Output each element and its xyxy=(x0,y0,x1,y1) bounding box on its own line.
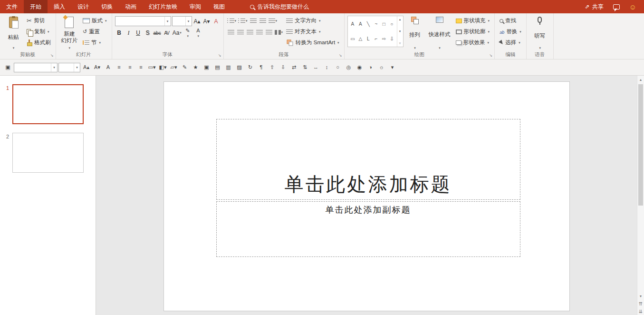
strikethrough-button[interactable]: abc xyxy=(153,28,162,38)
decrease-indent-button[interactable] xyxy=(249,16,258,26)
paragraph-marks-icon[interactable]: ¶ xyxy=(256,62,266,73)
select-button[interactable]: 选择 xyxy=(498,38,523,48)
increase-indent-button[interactable] xyxy=(259,16,267,26)
format-painter-button[interactable]: 格式刷 xyxy=(25,38,53,48)
distribute-horizontal-icon[interactable]: ⇄ xyxy=(289,62,299,73)
tell-me-search[interactable]: 告诉我你想要做什么 xyxy=(245,0,314,13)
gallery-scroll-icon[interactable]: ▿ xyxy=(399,41,401,45)
align-justify-icon[interactable]: ≡ xyxy=(136,62,146,73)
slide-thumbnail-image[interactable] xyxy=(12,133,84,173)
text-direction-button[interactable]: 文字方向 xyxy=(284,16,341,26)
toolbar-font-size-combo[interactable] xyxy=(58,63,80,72)
tab-file[interactable]: 文件 xyxy=(0,0,24,13)
shape-cell-icon[interactable]: ⇩ xyxy=(388,36,395,41)
align-left-icon[interactable]: ≡ xyxy=(114,62,124,73)
height-icon[interactable]: ↕ xyxy=(322,62,332,73)
align-center-icon[interactable]: ≡ xyxy=(125,62,135,73)
shape-cell-icon[interactable]: A xyxy=(349,21,356,27)
text-shadow-button[interactable]: S xyxy=(144,28,152,38)
bold-button[interactable]: B xyxy=(115,28,124,38)
slide-thumbnail-2[interactable]: 2 xyxy=(0,133,96,173)
move-down-icon[interactable]: ⇩ xyxy=(278,62,288,73)
scroll-down-icon[interactable] xyxy=(637,292,644,300)
shape-fill-button[interactable]: 形状填充 xyxy=(454,16,492,26)
scroll-up-icon[interactable] xyxy=(637,76,644,83)
gallery-scroll-icon[interactable]: ▾ xyxy=(399,30,401,33)
layout-button[interactable]: 版式 xyxy=(81,16,109,26)
underline-button[interactable]: U xyxy=(134,28,143,38)
shape-cell-icon[interactable]: ╲ xyxy=(365,21,372,27)
clear-formatting-button[interactable]: A xyxy=(212,17,221,26)
grow-font-icon[interactable]: A▴ xyxy=(81,62,91,73)
slide-thumbnail-1[interactable]: 1 xyxy=(0,84,96,124)
grow-font-button[interactable]: A▴ xyxy=(193,17,202,26)
align-text-button[interactable]: 对齐文本 xyxy=(284,27,341,37)
textbox-icon[interactable]: ▭▾ xyxy=(147,62,157,73)
toolbar-font-size-dropdown-icon[interactable] xyxy=(74,63,80,72)
shape-gallery-scrollbar[interactable]: ▴▾▿ xyxy=(397,16,403,47)
subtitle-placeholder[interactable]: 单击此处添加副标题 xyxy=(216,201,520,257)
character-spacing-button[interactable]: AV xyxy=(163,28,171,38)
replace-button[interactable]: 替换 xyxy=(498,27,523,37)
more-options-icon[interactable]: ▾ xyxy=(387,62,397,73)
shape-cell-icon[interactable]: L xyxy=(365,36,372,41)
vertical-scrollbar[interactable] xyxy=(637,76,644,315)
distribute-vertical-icon[interactable]: ⇅ xyxy=(300,62,310,73)
shape-cell-icon[interactable]: ~ xyxy=(373,21,380,27)
paste-button[interactable]: 粘贴 xyxy=(3,15,24,51)
italic-button[interactable]: I xyxy=(125,28,133,38)
feedback-smiley-icon[interactable]: ☺ xyxy=(629,3,636,10)
font-name-combo[interactable] xyxy=(115,16,171,26)
next-slide-button[interactable] xyxy=(637,307,644,315)
previous-slide-button[interactable] xyxy=(637,300,644,307)
section-button[interactable]: 节 xyxy=(81,38,109,48)
ellipse-icon[interactable]: ○ xyxy=(333,62,343,73)
gallery-scroll-icon[interactable]: ▴ xyxy=(399,18,401,21)
shape-cell-icon[interactable]: △ xyxy=(357,36,364,41)
reset-button[interactable]: 重置 xyxy=(81,27,109,37)
distribute-button[interactable] xyxy=(265,28,273,37)
share-button[interactable]: ⇗ 共享 xyxy=(585,3,604,11)
align-right-button[interactable] xyxy=(246,28,254,37)
scrollbar-thumb[interactable] xyxy=(638,84,643,206)
tab-review[interactable]: 审阅 xyxy=(183,0,207,13)
shape-cell-icon[interactable]: ⌐ xyxy=(373,36,380,41)
contrast-icon[interactable]: ◑ xyxy=(365,62,375,73)
align-left-button[interactable] xyxy=(227,28,235,37)
new-slide-button[interactable]: 新建 幻灯片 xyxy=(59,15,80,51)
comment-icon[interactable] xyxy=(613,4,620,10)
move-up-icon[interactable]: ⇧ xyxy=(267,62,277,73)
drawing-dialog-launcher[interactable] xyxy=(488,53,493,58)
format-painter-icon[interactable]: ✎ xyxy=(180,62,190,73)
shape-outline-icon[interactable]: ▱▾ xyxy=(169,62,179,73)
slide-thumbnail-image[interactable] xyxy=(12,84,84,124)
shrink-font-icon[interactable]: A▾ xyxy=(92,62,102,73)
font-color-button[interactable]: A xyxy=(193,28,203,38)
target-icon[interactable]: ◉ xyxy=(355,62,365,73)
change-case-button[interactable]: Aa xyxy=(172,28,182,38)
effects-star-icon[interactable]: ★ xyxy=(191,62,201,73)
rotate-icon[interactable]: ↻ xyxy=(245,62,255,73)
title-placeholder[interactable]: 单击此处添加标题 xyxy=(216,119,520,200)
shape-effects-button[interactable]: 形状效果 xyxy=(454,38,492,48)
tab-view[interactable]: 视图 xyxy=(207,0,231,13)
font-size-dropdown-icon[interactable] xyxy=(185,17,192,26)
tab-home[interactable]: 开始 xyxy=(24,0,48,13)
arrange-button[interactable]: 排列 xyxy=(404,15,425,51)
clipboard-dialog-launcher[interactable] xyxy=(49,53,55,58)
quick-styles-button[interactable]: 快速样式 xyxy=(426,15,453,51)
font-dialog-launcher[interactable] xyxy=(217,53,222,58)
numbering-button[interactable] xyxy=(238,16,248,26)
donut-icon[interactable]: ◎ xyxy=(344,62,354,73)
shape-cell-icon[interactable]: ⇨ xyxy=(380,36,387,41)
justify-button[interactable] xyxy=(255,28,264,37)
copy-button[interactable]: 复制 xyxy=(25,27,53,37)
tab-animations[interactable]: 动画 xyxy=(119,0,143,13)
shape-cell-icon[interactable]: A xyxy=(357,21,364,27)
shape-outline-button[interactable]: 形状轮廓 xyxy=(454,27,492,37)
toolbar-font-name-combo[interactable] xyxy=(14,63,58,72)
slide-placeholder-icon[interactable]: ▣ xyxy=(3,62,13,73)
picture-border-icon[interactable]: ▥ xyxy=(223,62,233,73)
scrollbar-track[interactable] xyxy=(637,83,644,292)
shape-cell-icon[interactable]: ▭ xyxy=(349,36,356,41)
